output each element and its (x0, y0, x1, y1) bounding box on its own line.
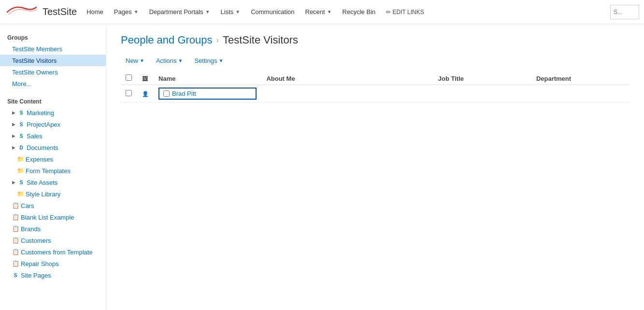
sidebar-item-documents[interactable]: ▶ D Documents (0, 142, 106, 153)
table-row: 👤 Brad Pitt (121, 85, 630, 103)
header-dept-col[interactable]: Department (531, 72, 630, 85)
brands-icon: 📋 (12, 225, 19, 232)
header-name-label: Name (158, 75, 175, 82)
top-navigation: TestSite Home Pages▼ Department Portals▼… (0, 0, 644, 24)
sidebar-item-sales[interactable]: ▶ S Sales (0, 130, 106, 142)
site-logo: TestSite (5, 2, 77, 22)
row-checkbox[interactable] (126, 90, 132, 96)
header-checkbox[interactable] (126, 74, 132, 81)
site-assets-expand: ▶ (12, 180, 17, 185)
sidebar: Groups TestSite Members TestSite Visitor… (0, 24, 106, 310)
sidebar-item-form-templates[interactable]: 📁 Form Templates (0, 165, 106, 177)
table-header-row: 🖼 Name About Me Job Title Department (121, 72, 630, 85)
header-type-icon-col: 🖼 (137, 72, 154, 85)
documents-expand: ▶ (12, 145, 17, 150)
header-name-col[interactable]: Name (154, 72, 261, 85)
groups-section-title: Groups (0, 31, 106, 43)
header-dept-label: Department (536, 75, 571, 82)
site-title: TestSite (43, 6, 77, 17)
sidebar-item-cars[interactable]: 📋 Cars (0, 200, 106, 211)
cars-icon: 📋 (12, 202, 19, 209)
sidebar-item-site-pages[interactable]: S Site Pages (0, 269, 106, 281)
breadcrumb-parent[interactable]: People and Groups (121, 34, 213, 46)
header-job-label: Job Title (438, 75, 464, 82)
person-name-box: Brad Pitt (158, 88, 257, 100)
sidebar-item-testsite-visitors[interactable]: TestSite Visitors (0, 55, 106, 66)
row-about-cell (261, 85, 433, 103)
sidebar-item-more[interactable]: More... (0, 78, 106, 89)
sidebar-item-blank-list[interactable]: 📋 Blank List Example (0, 211, 106, 223)
row-checkbox-cell (121, 85, 137, 103)
breadcrumb: People and Groups › TestSite Visitors (121, 34, 630, 46)
breadcrumb-current: TestSite Visitors (223, 34, 298, 46)
header-about-col[interactable]: About Me (261, 72, 433, 85)
new-button[interactable]: New ▼ (121, 55, 149, 66)
sidebar-item-marketing[interactable]: ▶ S Marketing (0, 107, 106, 118)
header-job-col[interactable]: Job Title (433, 72, 531, 85)
sidebar-item-brands[interactable]: 📋 Brands (0, 223, 106, 235)
site-assets-icon: S (18, 179, 25, 186)
sidebar-item-projectapex[interactable]: ▶ S ProjectApex (0, 118, 106, 130)
expenses-icon: 📁 (17, 156, 24, 162)
row-dept-cell (531, 85, 630, 103)
header-checkbox-col (121, 72, 137, 85)
pages-arrow: ▼ (134, 9, 139, 15)
sales-icon: S (18, 133, 25, 139)
logo-image (5, 2, 39, 22)
list-toolbar: New ▼ Actions ▼ Settings ▼ (121, 55, 630, 66)
form-templates-icon: 📁 (17, 167, 24, 174)
dept-portals-arrow: ▼ (205, 9, 210, 15)
header-about-label: About Me (266, 75, 295, 82)
actions-button-arrow: ▼ (178, 58, 183, 63)
main-layout: Groups TestSite Members TestSite Visitor… (0, 24, 644, 310)
sidebar-item-style-library[interactable]: 📁 Style Library (0, 188, 106, 200)
sidebar-item-testsite-owners[interactable]: TestSite Owners (0, 66, 106, 78)
main-content: People and Groups › TestSite Visitors Ne… (106, 24, 644, 310)
style-library-icon: 📁 (17, 191, 24, 197)
settings-button-arrow: ▼ (218, 58, 223, 63)
header-type-icon: 🖼 (142, 75, 148, 82)
row-name-cell: Brad Pitt (154, 85, 261, 103)
sidebar-item-testsite-members[interactable]: TestSite Members (0, 43, 106, 55)
nav-recycle-bin[interactable]: Recycle Bin (338, 0, 381, 24)
nav-lists[interactable]: Lists▼ (216, 0, 245, 24)
sidebar-item-repair-shops[interactable]: 📋 Repair Shops (0, 258, 106, 269)
sales-expand: ▶ (12, 133, 17, 138)
nav-communication[interactable]: Communication (246, 0, 299, 24)
nav-recent[interactable]: Recent▼ (301, 0, 337, 24)
sidebar-item-site-assets[interactable]: ▶ S Site Assets (0, 177, 106, 188)
settings-button[interactable]: Settings ▼ (189, 55, 228, 66)
blank-list-icon: 📋 (12, 214, 19, 221)
repair-shops-icon: 📋 (12, 260, 19, 267)
nav-department-portals[interactable]: Department Portals▼ (144, 0, 215, 24)
search-input[interactable] (610, 5, 639, 19)
marketing-expand: ▶ (12, 110, 17, 115)
sidebar-item-customers-from-template[interactable]: 📋 Customers from Template (0, 246, 106, 258)
sidebar-item-expenses[interactable]: 📁 Expenses (0, 153, 106, 165)
customers-icon: 📋 (12, 237, 19, 244)
projectapex-expand: ▶ (12, 122, 17, 127)
breadcrumb-separator: › (216, 36, 219, 44)
sidebar-item-customers[interactable]: 📋 Customers (0, 235, 106, 246)
documents-icon: D (18, 144, 25, 151)
customers-template-icon: 📋 (12, 249, 19, 255)
person-name-link[interactable]: Brad Pitt (172, 90, 196, 97)
nav-pages[interactable]: Pages▼ (109, 0, 143, 24)
row-type-icon-cell: 👤 (137, 85, 154, 103)
actions-button[interactable]: Actions ▼ (151, 55, 188, 66)
person-name-checkbox[interactable] (163, 90, 170, 97)
recent-arrow: ▼ (327, 9, 332, 15)
row-type-icon: 👤 (142, 91, 149, 97)
projectapex-icon: S (18, 121, 25, 128)
site-content-section-title: Site Content (0, 95, 106, 107)
new-button-arrow: ▼ (140, 58, 144, 63)
lists-arrow: ▼ (235, 9, 240, 15)
nav-home[interactable]: Home (82, 0, 108, 24)
marketing-icon: S (18, 109, 25, 116)
edit-links-button[interactable]: ✏ EDIT LINKS (381, 0, 429, 24)
people-table: 🖼 Name About Me Job Title Department (121, 72, 630, 103)
nav-items: Home Pages▼ Department Portals▼ Lists▼ C… (77, 0, 610, 24)
row-job-cell (433, 85, 531, 103)
site-pages-icon: S (12, 272, 19, 279)
